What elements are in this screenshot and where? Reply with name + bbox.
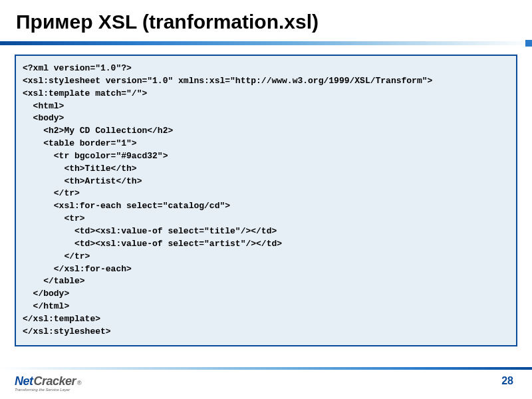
registered-icon: ®: [77, 380, 82, 386]
code-line: </xsl:for-each>: [23, 264, 132, 274]
code-line: </xsl:stylesheet>: [23, 327, 111, 336]
logo-tagline: Transforming the Service Layer: [15, 388, 70, 392]
code-line: <h2>My CD Collection</h2>: [23, 126, 173, 136]
logo-cracker-text: Cracker: [34, 374, 76, 388]
code-line: <xsl:for-each select="catalog/cd">: [23, 201, 230, 211]
title-underline: [0, 41, 532, 45]
logo-net-text: Net: [15, 374, 33, 388]
code-line: <?xml version="1.0"?>: [23, 63, 132, 73]
netcracker-logo: NetCracker® Transforming the Service Lay…: [15, 374, 82, 388]
code-line: <tr bgcolor="#9acd32">: [23, 151, 168, 161]
footer: NetCracker® Transforming the Service Lay…: [0, 367, 532, 399]
code-line: <body>: [23, 113, 64, 123]
code-block: <?xml version="1.0"?> <xsl:stylesheet ve…: [15, 55, 517, 346]
code-line: <td><xsl:value-of select="title"/></td>: [23, 226, 277, 236]
code-line: </table>: [23, 276, 85, 286]
code-line: </xsl:template>: [23, 314, 100, 324]
code-line: <xsl:template match="/">: [23, 88, 147, 98]
code-line: <html>: [23, 101, 64, 111]
code-line: <td><xsl:value-of select="artist"/></td>: [23, 239, 282, 249]
code-line: <xsl:stylesheet version="1.0" xmlns:xsl=…: [23, 76, 432, 86]
code-line: </html>: [23, 301, 69, 311]
slide-title: Пример XSL (tranformation.xsl): [0, 0, 532, 41]
code-line: <th>Title</th>: [23, 164, 137, 174]
code-line: <th>Artist</th>: [23, 176, 142, 186]
code-line: <table border="1">: [23, 138, 137, 148]
underline-endcap-icon: [525, 40, 532, 47]
page-number: 28: [501, 375, 513, 387]
code-line: </tr>: [23, 188, 80, 198]
code-line: </tr>: [23, 251, 90, 261]
code-line: <tr>: [23, 213, 85, 223]
code-line: </body>: [23, 289, 69, 299]
